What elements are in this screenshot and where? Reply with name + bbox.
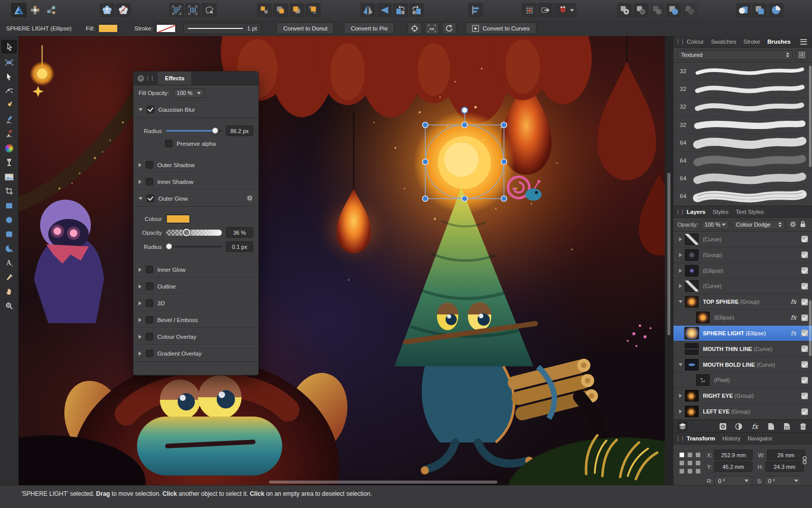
layer-row[interactable]: (Group) xyxy=(673,247,812,263)
layer-visibility-checkbox[interactable] xyxy=(801,377,808,384)
rectangle-tool[interactable] xyxy=(2,200,17,211)
brush-item[interactable]: 64 xyxy=(673,187,812,205)
brush-list-view-icon[interactable] xyxy=(796,50,808,60)
effect-checkbox[interactable] xyxy=(146,333,153,340)
effect-checkbox[interactable] xyxy=(146,282,153,290)
layer-visibility-checkbox[interactable] xyxy=(801,236,808,242)
artboard-tool[interactable] xyxy=(2,57,17,68)
layer-visibility-checkbox[interactable] xyxy=(801,345,808,352)
geometry-pie-icon[interactable] xyxy=(768,3,784,17)
layer-thumbnail[interactable] xyxy=(685,359,699,371)
preserve-alpha-checkbox[interactable] xyxy=(165,140,173,147)
layer-thumbnail[interactable] xyxy=(685,249,699,261)
colour-tool[interactable] xyxy=(2,143,17,153)
geometry-merge-icon[interactable] xyxy=(736,3,751,17)
tab-stroke[interactable]: Stroke xyxy=(743,39,760,45)
mask-layer-icon[interactable] xyxy=(718,421,728,431)
zoom-tool[interactable] xyxy=(2,300,17,311)
show-selection-icon[interactable] xyxy=(425,22,439,34)
layer-thumbnail[interactable] xyxy=(685,265,699,277)
pen-tool[interactable] xyxy=(2,100,17,111)
blend-mode-dropdown[interactable]: Colour Dodge xyxy=(732,220,785,230)
flower-up-arrow-icon[interactable] xyxy=(99,3,115,17)
layers-scrollbar[interactable] xyxy=(809,300,811,356)
effect-section-outer_glow[interactable]: Outer Glow xyxy=(133,190,258,207)
collapse-icon[interactable] xyxy=(139,108,143,111)
brush-item[interactable]: 32 xyxy=(673,62,812,80)
export-persona-icon[interactable] xyxy=(44,3,59,17)
fill-opacity-dropdown[interactable]: 100 % xyxy=(173,88,205,98)
expand-icon[interactable] xyxy=(139,163,142,167)
eyedropper-tool[interactable] xyxy=(2,272,17,282)
layers-gear-icon[interactable] xyxy=(789,220,797,229)
effect-checkbox[interactable] xyxy=(147,106,154,113)
flip-horizontal-icon[interactable] xyxy=(360,3,376,17)
adjustment-layer-icon[interactable] xyxy=(734,421,744,431)
layer-fx-icon[interactable]: fx xyxy=(750,421,760,431)
layer-visibility-checkbox[interactable] xyxy=(801,283,808,290)
node-tool[interactable] xyxy=(2,86,17,97)
layer-thumbnail[interactable] xyxy=(685,405,699,418)
layer-row-mouth-thin-line[interactable]: MOUTH THIN LINE (Curve) xyxy=(673,341,812,357)
h-field[interactable]: 24.3 mm xyxy=(765,461,804,472)
layer-visibility-checkbox[interactable] xyxy=(801,330,808,336)
panel-drag-handle[interactable] xyxy=(147,76,153,81)
grid-frame-icon[interactable] xyxy=(185,3,200,17)
layer-row[interactable]: (Pixel) xyxy=(673,372,812,388)
og-radius-value[interactable]: 0.1 px xyxy=(226,241,253,252)
layer-row[interactable]: (Curve) xyxy=(673,278,812,294)
og-radius-slider[interactable] xyxy=(166,246,222,247)
boolean-subtract-icon[interactable] xyxy=(633,3,649,17)
arrange-front-icon[interactable] xyxy=(306,3,321,17)
panel-drag-handle[interactable] xyxy=(678,209,683,214)
arrange-back-icon[interactable] xyxy=(257,3,272,17)
r-dropdown[interactable]: 0 ° xyxy=(715,476,752,486)
expand-icon[interactable] xyxy=(139,180,142,184)
rotation-handle[interactable] xyxy=(462,107,468,113)
fill-swatch[interactable] xyxy=(98,24,118,33)
layer-visibility-checkbox[interactable] xyxy=(801,267,808,274)
tab-styles[interactable]: Styles xyxy=(713,209,728,215)
s-dropdown[interactable]: 0 ° xyxy=(764,476,802,486)
layer-expand-icon[interactable] xyxy=(676,409,685,414)
geometry-shapes-icon[interactable] xyxy=(752,3,767,17)
close-icon[interactable]: ✕ xyxy=(138,75,144,82)
og-opacity-slider[interactable] xyxy=(166,230,222,236)
expand-icon[interactable] xyxy=(139,284,142,289)
layer-row[interactable]: (Ellipse) xyxy=(673,263,812,279)
og-colour-swatch[interactable] xyxy=(166,214,190,224)
layer-thumbnail[interactable] xyxy=(696,374,710,386)
cycle-selection-icon[interactable] xyxy=(442,22,456,34)
hamburger-menu-icon[interactable] xyxy=(800,39,807,45)
insert-target-icon[interactable] xyxy=(538,3,553,17)
canvas-vertical-scrollbar[interactable] xyxy=(667,173,670,335)
layer-row-right-eye[interactable]: RIGHT EYE (Group) xyxy=(673,388,812,404)
arrange-forward-icon[interactable] xyxy=(289,3,304,17)
layer-expand-icon[interactable] xyxy=(676,300,685,303)
layer-row-sphere-light[interactable]: SPHERE LIGHT (Ellipse)fx xyxy=(673,326,812,341)
layer-thumbnail[interactable] xyxy=(685,280,699,292)
stroke-width-control[interactable]: 1 pt xyxy=(183,23,261,34)
layers-panel-icon[interactable] xyxy=(678,421,688,431)
layer-thumbnail[interactable] xyxy=(685,390,699,402)
layer-visibility-checkbox[interactable] xyxy=(801,361,808,368)
convert-to-donut-button[interactable]: Convert to Donut xyxy=(277,22,334,34)
pixel-persona-icon[interactable] xyxy=(27,3,43,17)
brush-item[interactable]: 32 xyxy=(673,80,812,98)
tab-history[interactable]: History xyxy=(722,435,740,441)
boolean-divide-icon[interactable] xyxy=(682,3,697,17)
tab-navigator[interactable]: Navigator xyxy=(748,435,772,441)
effect-checkbox[interactable] xyxy=(147,195,154,202)
x-field[interactable]: 252.9 mm xyxy=(714,450,753,460)
collapse-icon[interactable] xyxy=(139,197,143,200)
place-image-tool[interactable] xyxy=(2,172,17,182)
effect-section-gradient_overlay[interactable]: Gradient Overlay xyxy=(133,345,258,362)
effect-section-gaussian_blur[interactable]: Gaussian Blur xyxy=(133,101,258,118)
text-tool[interactable]: A xyxy=(2,258,17,268)
convert-to-pie-button[interactable]: Convert to Pie xyxy=(344,22,394,34)
canvas[interactable] xyxy=(19,36,665,485)
flip-vertical-icon[interactable] xyxy=(377,3,392,17)
effect-checkbox[interactable] xyxy=(146,161,153,169)
shape-tool[interactable] xyxy=(2,243,17,254)
layer-expand-icon[interactable] xyxy=(676,237,685,241)
